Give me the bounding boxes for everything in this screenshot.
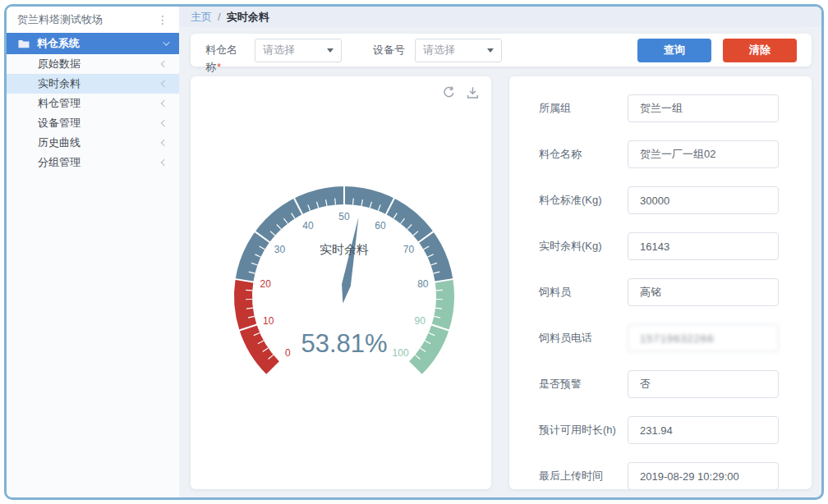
chart-toolbox — [442, 85, 480, 99]
svg-text:30: 30 — [274, 244, 286, 255]
breadcrumb: 主页 / 实时余料 — [179, 7, 821, 27]
field-row-group: 所属组 贺兰一组 — [539, 94, 779, 122]
sidebar: 贺兰料塔测试牧场 ⋮ 料仓系统 原始数据 实时余料 料仓管理 — [7, 7, 179, 497]
required-asterisk: * — [217, 61, 221, 73]
menu-parent-label: 料仓系统 — [37, 36, 80, 51]
chevron-left-icon — [161, 80, 168, 87]
sidebar-item-realtime-remaining[interactable]: 实时余料 — [7, 74, 179, 94]
sidebar-item-silo-management[interactable]: 料仓管理 — [7, 94, 179, 113]
svg-text:20: 20 — [260, 278, 272, 290]
panels: 0102030405060708090100实时余料53.81% 所属组 贺兰一… — [191, 76, 812, 489]
sidebar-submenu: 原始数据 实时余料 料仓管理 设备管理 历史曲线 分组管理 — [7, 54, 179, 172]
filter-bar: 料仓名称* 请选择 设备号 请选择 查询 清除 — [191, 34, 812, 66]
sidebar-item-label: 料仓管理 — [38, 96, 80, 111]
field-value-alarm[interactable]: 否 — [628, 370, 779, 398]
chevron-left-icon — [161, 120, 168, 126]
field-label: 是否预警 — [539, 377, 628, 392]
sidebar-item-label: 原始数据 — [38, 57, 80, 71]
silo-name-label: 料仓名称* — [205, 34, 245, 76]
clear-button[interactable]: 清除 — [723, 39, 797, 62]
page-content: 料仓名称* 请选择 设备号 请选择 查询 清除 — [179, 27, 821, 497]
field-row-available-hours: 预计可用时长(h) 231.94 — [539, 416, 779, 444]
field-label: 所属组 — [539, 101, 628, 116]
gauge-panel: 0102030405060708090100实时余料53.81% — [191, 76, 491, 489]
field-value-feeder[interactable]: 高铭 — [628, 278, 779, 306]
silo-name-select[interactable]: 请选择 — [255, 39, 342, 62]
sidebar-item-label: 分组管理 — [38, 155, 80, 170]
field-row-silo-standard: 料仓标准(Kg) 30000 — [539, 186, 779, 214]
chevron-left-icon — [161, 100, 168, 107]
field-value-realtime-remaining[interactable]: 16143 — [628, 232, 779, 260]
chevron-left-icon — [161, 140, 168, 146]
field-label: 最后上传时间 — [539, 469, 628, 483]
field-label: 料仓名称 — [539, 147, 628, 162]
more-options-icon[interactable]: ⋮ — [157, 14, 168, 25]
folder-icon — [18, 39, 30, 48]
caret-down-icon — [327, 48, 334, 53]
chevron-left-icon — [161, 159, 168, 166]
query-button[interactable]: 查询 — [637, 39, 711, 62]
svg-text:100: 100 — [393, 347, 409, 359]
chevron-down-icon — [163, 39, 169, 45]
field-label: 料仓标准(Kg) — [539, 193, 628, 208]
svg-text:53.81%: 53.81% — [301, 329, 387, 358]
sidebar-item-group-management[interactable]: 分组管理 — [7, 153, 179, 172]
sidebar-menu-silo-system[interactable]: 料仓系统 — [7, 33, 179, 54]
svg-text:0: 0 — [285, 347, 291, 359]
field-value-feeder-phone[interactable]: 15719632266 — [628, 324, 779, 352]
farm-title: 贺兰料塔测试牧场 — [17, 12, 103, 27]
field-row-realtime-remaining: 实时余料(Kg) 16143 — [539, 232, 779, 260]
refresh-icon[interactable] — [442, 85, 456, 99]
breadcrumb-separator: / — [218, 11, 221, 23]
sidebar-item-label: 历史曲线 — [38, 135, 80, 150]
caret-down-icon — [487, 48, 494, 53]
sidebar-item-device-management[interactable]: 设备管理 — [7, 113, 179, 133]
field-value-last-upload[interactable]: 2019-08-29 10:29:00 — [628, 462, 779, 489]
svg-text:实时余料: 实时余料 — [320, 242, 369, 256]
field-value-available-hours[interactable]: 231.94 — [628, 416, 779, 444]
sidebar-item-raw-data[interactable]: 原始数据 — [7, 54, 179, 74]
device-no-select-value: 请选择 — [423, 43, 455, 57]
main-area: 主页 / 实时余料 料仓名称* 请选择 设备号 请选择 查询 清除 — [179, 7, 821, 497]
svg-text:90: 90 — [415, 315, 426, 327]
svg-text:70: 70 — [403, 244, 415, 255]
download-icon[interactable] — [466, 85, 480, 99]
svg-text:40: 40 — [302, 220, 314, 231]
device-no-select[interactable]: 请选择 — [415, 39, 502, 62]
field-label: 饲料员电话 — [539, 331, 628, 346]
silo-name-select-value: 请选择 — [263, 43, 295, 57]
sidebar-item-label: 实时余料 — [38, 76, 80, 91]
device-no-label: 设备号 — [373, 43, 405, 57]
field-row-feeder: 饲料员 高铭 — [539, 278, 779, 306]
svg-text:60: 60 — [375, 220, 386, 231]
field-row-alarm: 是否预警 否 — [539, 370, 779, 398]
svg-text:50: 50 — [338, 211, 350, 222]
svg-text:80: 80 — [417, 278, 429, 290]
field-row-last-upload: 最后上传时间 2019-08-29 10:29:00 — [539, 462, 779, 489]
field-label: 饲料员 — [539, 285, 628, 300]
field-label: 实时余料(Kg) — [539, 239, 628, 254]
gauge-chart: 0102030405060708090100实时余料53.81% — [191, 76, 491, 489]
field-value-group[interactable]: 贺兰一组 — [628, 94, 779, 122]
svg-text:10: 10 — [263, 315, 274, 327]
silo-info-panel: 所属组 贺兰一组 料仓名称 贺兰一厂一组02 料仓标准(Kg) 30000 实时… — [509, 76, 812, 489]
breadcrumb-home-link[interactable]: 主页 — [191, 10, 212, 25]
field-row-feeder-phone: 饲料员电话 15719632266 — [539, 324, 779, 352]
field-row-silo-name: 料仓名称 贺兰一厂一组02 — [539, 140, 779, 168]
field-value-silo-name[interactable]: 贺兰一厂一组02 — [628, 140, 779, 168]
sidebar-item-history-curve[interactable]: 历史曲线 — [7, 133, 179, 153]
chevron-left-icon — [161, 61, 168, 67]
app-window: 贺兰料塔测试牧场 ⋮ 料仓系统 原始数据 实时余料 料仓管理 — [4, 4, 824, 500]
breadcrumb-current: 实时余料 — [227, 10, 269, 25]
sidebar-item-label: 设备管理 — [38, 116, 80, 131]
field-label: 预计可用时长(h) — [539, 423, 628, 438]
field-value-silo-standard[interactable]: 30000 — [628, 186, 779, 214]
sidebar-header: 贺兰料塔测试牧场 ⋮ — [7, 7, 179, 33]
